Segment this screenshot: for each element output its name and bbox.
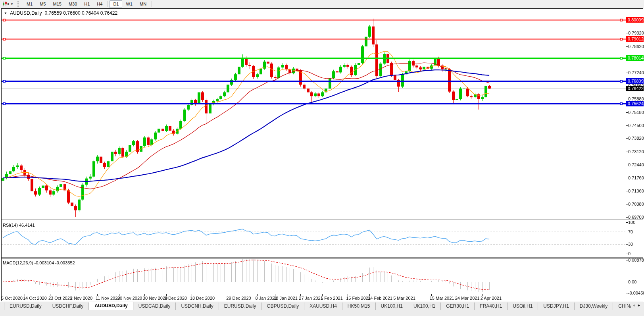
price-tick-label: 0.71760 [628,175,644,180]
date-tick-label: 14 Oct 2020 [23,296,47,301]
chart-tab-ger30-h1[interactable]: GER30,H1 [441,303,475,310]
rsi-tick-label: 30 [628,242,633,247]
tab-scroll-left-icon[interactable]: ◄ [632,303,637,307]
chart-tab-usdcad-daily[interactable]: USDCAD,Daily [133,303,176,310]
date-tick-label: 18 Jan 2021 [273,296,298,301]
price-tick-label: 0.73120 [628,149,644,154]
chart-tab-xauusd-h4[interactable]: XAUUSD,H4 [304,303,342,310]
hline-price-badge[interactable]: 0.79012 [626,36,644,42]
date-tick-label: 5 Oct 2020 [1,296,23,301]
date-tick-label: 15 Feb 2021 [346,296,371,301]
price-tick-label: 0.71060 [628,189,644,193]
chart-tab-uk100-h1[interactable]: UK100,H1 [408,303,441,310]
date-tick-label: 15 Mar 2021 [430,296,454,301]
price-tick-label: 0.74500 [628,123,644,128]
timeframe-toolbar: ▼ M1M5M15M30H1H4D1W1MN [0,0,644,8]
timeframe-button-w1[interactable]: W1 [122,0,136,8]
date-tick-label: 2 Apr 2021 [481,296,502,301]
price-tick-label: 0.77240 [628,70,644,75]
date-tick-label: 27 Jan 2021 [299,296,323,301]
chart-tab-bar: EURUSD,DailyUSDCHF,DailyAUDUSD,DailyUSDC… [0,302,644,316]
chart-tab-dj30-weekly[interactable]: DJ30,Weekly [575,303,613,310]
chart-tab-uk100-h1[interactable]: UK100,H1 [376,303,408,310]
date-tick-label: 30 Nov 2020 [143,296,167,301]
macd-tick-label: -0.004503 [628,291,644,295]
chart-tab-gbpusd-daily[interactable]: GBPUSD,Daily [261,303,304,310]
chart-tab-fra40-h1[interactable]: FRA40,H1 [475,303,508,310]
timeframe-button-m15[interactable]: M15 [49,0,65,8]
date-tick-label: 11 Nov 2020 [96,296,120,301]
price-tick-label: 0.75180 [628,110,644,115]
hline-price-badge[interactable]: 0.75624 [626,101,644,106]
hline-price-badge[interactable]: 0.78014 [626,55,644,61]
timeframe-button-m30[interactable]: M30 [65,0,81,8]
toolbar-separator [152,1,152,7]
chart-tab-usdchf-daily[interactable]: USDCHF,Daily [47,303,89,310]
date-tick-label: 29 Dec 2020 [226,296,251,301]
price-tick-label: 0.69700 [628,215,644,220]
chart-tab-audusd-daily[interactable]: AUDUSD,Daily [89,302,133,310]
date-tick-label: 5 Mar 2021 [393,296,415,301]
chart-tab-eurusd-daily[interactable]: EURUSD,Daily [219,303,262,310]
candlestick-chart-icon[interactable] [2,1,9,7]
timeframe-button-m5[interactable]: M5 [36,0,49,8]
hline-price-badge[interactable]: 0.76809 [626,78,644,84]
price-tick-label: 0.72440 [628,162,644,167]
toolbar-grip[interactable] [17,1,20,7]
timeframe-button-h4[interactable]: H4 [93,0,106,8]
chart-tab-usdcnh-daily[interactable]: USDCNH,Daily [176,303,219,310]
chart-tab-china300-h1[interactable]: CHINA300,H1 [613,303,631,310]
price-tick-label: 0.78620 [628,44,644,49]
rsi-tick-label: 100 [628,220,635,225]
chart-ohlc-readout: 0.76559 0.76600 0.76404 0.76422 [45,10,118,16]
timeframe-button-d1[interactable]: D1 [110,0,122,8]
date-tick-label: 9 Dec 2020 [165,296,187,301]
price-tick-label: 0.79320 [628,31,644,35]
date-tick-label: 24 Feb 2021 [368,296,392,301]
chart-tab-eurusd-daily[interactable]: EURUSD,Daily [4,303,47,310]
timeframe-button-mn[interactable]: MN [136,0,150,8]
current-price-badge: 0.76422 [626,86,644,91]
date-tick-label: 2 Nov 2020 [70,296,92,301]
chart-tab-hk50-m15[interactable]: HK50,M15 [342,303,376,310]
timeframe-button-h1[interactable]: H1 [81,0,93,8]
chart-tab-usoil-h1[interactable]: USOil,H1 [508,303,538,310]
price-tick-label: 0.75880 [628,96,644,101]
toolbar-separator [108,1,108,7]
chart-title: AUDUSD,Daily [10,10,42,16]
date-tick-label: 18 Dec 2020 [190,296,215,301]
macd-tick-label: 0.008785 [628,258,644,262]
price-tick-label: 0.70380 [628,202,644,206]
tab-scroll-right-icon[interactable]: ► [637,303,642,307]
trading-terminal: { "toolbar": { "chart_type_icon": "candl… [0,0,644,316]
date-tick-label: 23 Oct 2020 [48,296,72,301]
date-tick-label: 24 Mar 2021 [455,296,480,301]
chart-title-row: ▼ AUDUSD,Daily 0.76559 0.76600 0.76404 0… [4,10,117,16]
rsi-tick-label: 0 [628,251,631,256]
date-tick-label: 5 Feb 2021 [321,296,343,301]
chart-tab-usdjpy-h1[interactable]: USDJPY,H1 [538,303,574,310]
hline-price-badge[interactable]: 0.80009 [626,17,644,23]
rsi-tick-label: 70 [628,229,633,234]
collapse-triangle-icon[interactable]: ▼ [4,12,7,15]
price-chart-canvas[interactable] [0,0,644,316]
macd-label: MACD(12,26,9) -0.003104 -0.003552 [3,260,75,265]
chevron-down-icon[interactable]: ▼ [10,2,13,6]
date-tick-label: 20 Nov 2020 [117,296,142,301]
macd-tick-label: 0.00 [628,279,636,284]
price-tick-label: 0.73820 [628,136,644,141]
timeframe-button-m1[interactable]: M1 [23,0,36,8]
rsi-label: RSI(14) 46.4141 [3,223,35,227]
